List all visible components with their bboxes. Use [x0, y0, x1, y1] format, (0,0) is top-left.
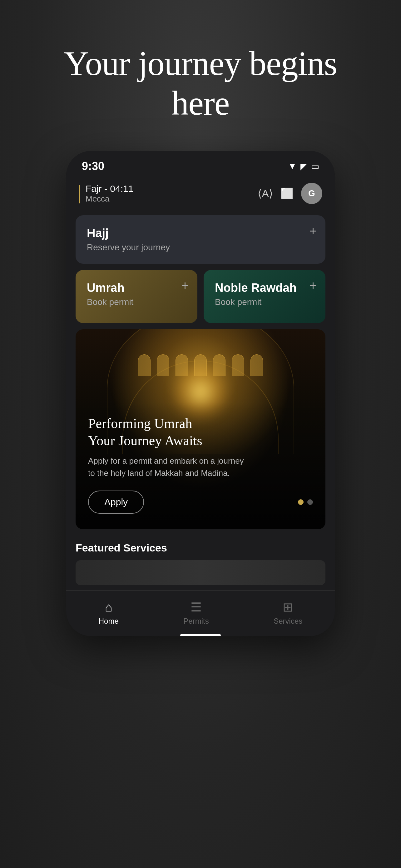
featured-title: Featured Services: [75, 542, 326, 554]
rawdah-card[interactable]: + Noble Rawdah Book permit: [204, 270, 326, 323]
banner-card: Performing UmrahYour Journey Awaits Appl…: [75, 329, 326, 529]
page-container: Your journey begins here 9:30 ▼ ◤ ▭ Fajr…: [0, 0, 401, 868]
status-time: 9:30: [82, 160, 104, 173]
translate-icon[interactable]: ⟨A⟩: [258, 187, 273, 200]
banner-title: Performing UmrahYour Journey Awaits: [88, 415, 313, 449]
avatar[interactable]: G: [301, 183, 322, 204]
prayer-text: Fajr - 04:11 Mecca: [86, 183, 133, 204]
dot-inactive: [307, 499, 313, 505]
battery-icon: ▭: [311, 161, 319, 172]
banner-description: Apply for a permit and embark on a journ…: [88, 455, 244, 479]
home-label: Home: [99, 617, 119, 625]
hajj-title: Hajj: [87, 226, 314, 240]
dome-window-3: [175, 354, 188, 376]
rawdah-title: Noble Rawdah: [215, 281, 314, 294]
umrah-card[interactable]: + Umrah Book permit: [75, 270, 197, 323]
signal-icon: ◤: [300, 161, 307, 172]
dome-window-6: [232, 354, 244, 376]
umrah-add-icon[interactable]: +: [181, 279, 189, 293]
prayer-name: Fajr - 04:11: [86, 183, 133, 194]
home-icon: ⌂: [105, 600, 112, 614]
hajj-card[interactable]: + Hajj Reserve your journey: [75, 215, 326, 264]
prayer-indicator: [79, 185, 80, 204]
hajj-subtitle: Reserve your journey: [87, 243, 314, 252]
phone-mockup: 9:30 ▼ ◤ ▭ Fajr - 04:11 Mecca ⟨A⟩ ⬜ G: [66, 151, 335, 636]
wifi-icon: ▼: [288, 161, 297, 171]
two-cards-row: + Umrah Book permit + Noble Rawdah Book …: [75, 270, 326, 323]
dome-window-4: [194, 354, 207, 376]
dome-windows: [75, 354, 326, 376]
status-bar: 9:30 ▼ ◤ ▭: [66, 151, 335, 178]
nav-item-services[interactable]: ⊞ Services: [261, 597, 315, 629]
status-icons: ▼ ◤ ▭: [288, 161, 319, 172]
umrah-title: Umrah: [87, 281, 186, 294]
top-bar: Fajr - 04:11 Mecca ⟨A⟩ ⬜ G: [66, 178, 335, 210]
banner-footer: Apply: [88, 491, 313, 514]
hero-title: Your journey begins here: [60, 44, 341, 123]
main-content: + Hajj Reserve your journey + Umrah Book…: [66, 210, 335, 590]
apply-button[interactable]: Apply: [88, 491, 144, 514]
nav-item-home[interactable]: ⌂ Home: [86, 597, 131, 629]
dome-window-2: [157, 354, 169, 376]
permits-label: Permits: [183, 617, 209, 625]
umrah-subtitle: Book permit: [87, 297, 186, 307]
prayer-info: Fajr - 04:11 Mecca: [79, 183, 133, 204]
home-indicator-bar: [180, 634, 221, 636]
prayer-location: Mecca: [86, 194, 133, 204]
rawdah-subtitle: Book permit: [215, 297, 314, 307]
featured-section: Featured Services: [75, 539, 326, 585]
rawdah-add-icon[interactable]: +: [309, 279, 317, 293]
nav-item-permits[interactable]: ☰ Permits: [171, 597, 221, 629]
dot-active: [298, 499, 304, 505]
hajj-add-icon[interactable]: +: [309, 224, 317, 238]
top-actions: ⟨A⟩ ⬜ G: [258, 183, 322, 204]
banner-content: Performing UmrahYour Journey Awaits Appl…: [75, 402, 326, 529]
dome-window-1: [138, 354, 151, 376]
services-icon: ⊞: [282, 600, 293, 614]
services-label: Services: [274, 617, 302, 625]
carousel-dots: [298, 499, 313, 505]
permits-icon: ☰: [191, 600, 202, 614]
dome-window-5: [213, 354, 226, 376]
bottom-nav: ⌂ Home ☰ Permits ⊞ Services: [66, 590, 335, 632]
screen-share-icon[interactable]: ⬜: [280, 187, 294, 200]
featured-services-placeholder: [75, 560, 326, 585]
dome-window-7: [250, 354, 263, 376]
